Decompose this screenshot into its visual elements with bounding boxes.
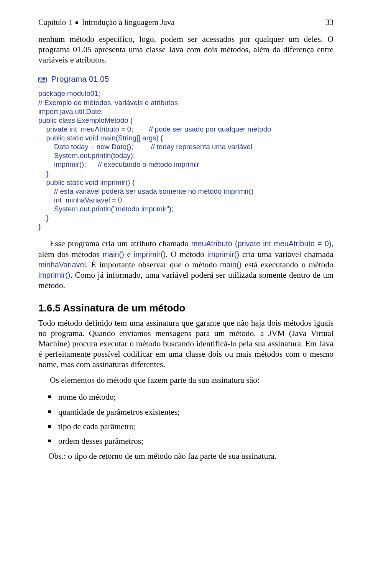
section-heading: 1.6.5 Assinatura de um método [38, 302, 334, 314]
inline-code: imprimir() [207, 250, 239, 259]
svg-rect-9 [43, 79, 44, 80]
program-label: Programa 01.05 [38, 74, 334, 84]
intro-paragraph: nenhum método específico, logo, podem se… [38, 34, 334, 65]
obs-paragraph: Obs.: o tipo de retorno de um método não… [48, 451, 334, 461]
svg-rect-6 [39, 79, 40, 80]
svg-rect-8 [42, 79, 43, 80]
text-run: . O método [166, 250, 207, 259]
svg-rect-4 [43, 78, 44, 79]
inline-code: meuAtributo (private int meuAtributo = 0… [191, 239, 332, 248]
inline-code: imprimir() [38, 271, 70, 279]
inline-code: imprimir() [134, 250, 166, 259]
svg-rect-1 [39, 78, 40, 79]
svg-rect-3 [42, 78, 43, 79]
svg-rect-2 [41, 78, 41, 79]
list-item: ordem desses parâmetros; [38, 435, 334, 447]
text-run: está executando o método [242, 260, 334, 269]
svg-rect-5 [44, 78, 45, 79]
section-paragraph-1: Todo método definido tem uma assinatura … [38, 318, 334, 370]
list-item: nome do método; [38, 391, 334, 403]
bullet-list: nome do método; quantidade de parâmetros… [38, 391, 334, 447]
chapter-label: Capítulo 1 [38, 18, 72, 27]
section-paragraph-2: Os elementos do método que fazem parte d… [38, 375, 334, 385]
text-run: . Como já informado, uma variável poderá… [38, 270, 334, 290]
explain-paragraph: Esse programa cria um atributo chamado m… [38, 239, 334, 290]
keyboard-icon [38, 75, 47, 84]
svg-rect-7 [41, 79, 41, 80]
list-item: quantidade de parâmetros existentes; [38, 406, 334, 418]
code-listing: package modulo01; // Exemplo de métodos,… [38, 89, 334, 231]
chapter-title: Introdução à linguagem Java [82, 18, 175, 27]
inline-code: main() [220, 260, 242, 269]
list-item: tipo de cada parâmetro; [38, 420, 334, 433]
page: Capítulo 1 Introdução à linguagem Java 3… [0, 0, 368, 588]
svg-rect-11 [40, 81, 45, 82]
text-run: e [124, 250, 134, 259]
inline-code: minhaVariavel [38, 260, 86, 269]
square-bullet-icon [76, 21, 78, 24]
text-run: cria uma variável chamada [239, 250, 334, 259]
svg-rect-10 [44, 79, 45, 80]
text-run: Esse programa cria um atributo chamado [50, 239, 191, 248]
page-number: 33 [325, 18, 334, 27]
program-label-text: Programa 01.05 [51, 74, 109, 83]
text-run: . É importante observar que o método [86, 260, 220, 269]
running-header: Capítulo 1 Introdução à linguagem Java 3… [38, 18, 334, 27]
inline-code: main() [103, 250, 124, 259]
